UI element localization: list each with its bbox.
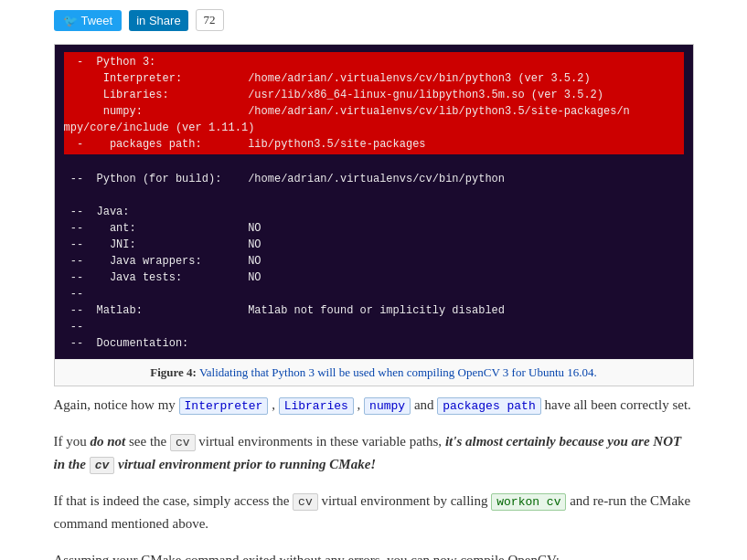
figure-text: Validating that Python 3 will be used wh… [197,365,597,379]
cv-code-1: cv [170,434,196,451]
cv-code-2: cv [293,493,318,511]
packages-path-code: packages path [437,397,540,415]
tweet-label: Tweet [81,14,113,27]
tweet-button[interactable]: 🐦 Tweet [54,10,123,31]
share-count: 72 [196,9,224,31]
terminal-figure: - Python 3: Interpreter: /home/adrian/.v… [54,44,694,386]
social-bar: 🐦 Tweet in Share 72 [54,9,694,31]
do-not-text: do not [91,434,126,449]
p4-text: Assuming your CMake command exited witho… [54,553,560,561]
warning-text: it's almost certainly because you are NO… [54,434,682,472]
figure-link[interactable]: Validating that Python 3 will be used wh… [197,365,597,379]
interpreter-code: Interpreter [179,397,269,415]
terminal-content: - Python 3: Interpreter: /home/adrian/.v… [55,45,693,359]
figure-label: Figure 4: [150,365,197,379]
workon-cv-code: workon cv [491,493,566,511]
paragraph-interpreter: Again, notice how my Interpreter , Libra… [54,394,694,417]
linkedin-share-button[interactable]: in Share [129,10,187,31]
paragraph-workon: If that is indeed the case, simply acces… [54,490,694,536]
figure-caption: Figure 4: Validating that Python 3 will … [55,359,693,386]
p1-before: Again, notice how my [54,397,179,412]
twitter-icon: 🐦 [63,14,78,27]
paragraph-donot: If you do not see the cv virtual environ… [54,430,694,477]
linkedin-label: in Share [136,14,180,27]
libraries-code: Libraries [279,397,354,415]
paragraph-compile: Assuming your CMake command exited witho… [54,549,694,561]
highlighted-python3-section: - Python 3: Interpreter: /home/adrian/.v… [64,52,684,154]
cv-code-inline: cv [90,457,115,474]
numpy-code: numpy [364,397,411,415]
